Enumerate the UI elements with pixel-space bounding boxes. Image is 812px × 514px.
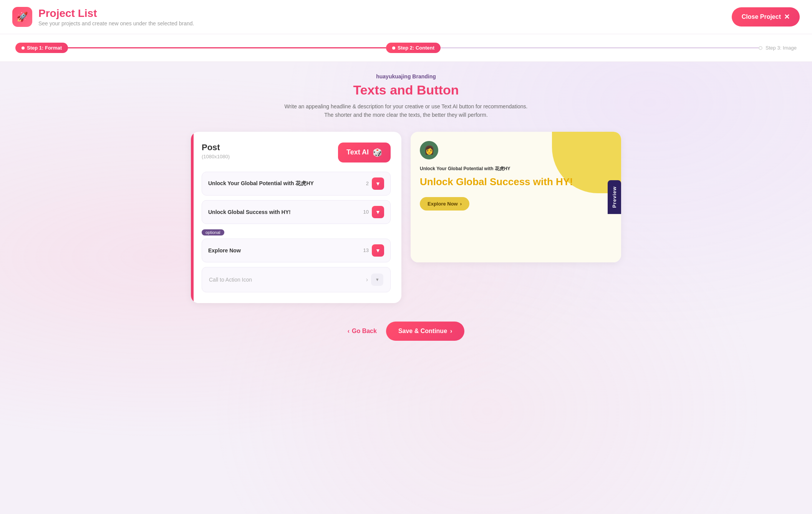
page-header: 🚀 Project List See your projects and cre… bbox=[0, 0, 812, 34]
header-text: Project List See your projects and creat… bbox=[38, 7, 194, 27]
field2-text: Unlock Global Success with HY! bbox=[208, 209, 363, 215]
ai-icon: 🎲 bbox=[373, 148, 382, 157]
field3-input[interactable]: Explore Now 13 ▼ bbox=[202, 239, 391, 262]
field2-controls: 10 ▼ bbox=[363, 206, 384, 218]
close-project-label: Close Project bbox=[742, 13, 781, 20]
step2-dot bbox=[392, 46, 395, 50]
cta-right: › ▾ bbox=[366, 274, 383, 286]
optional-badge-wrapper: optional bbox=[202, 229, 391, 237]
cta-row[interactable]: Call to Action Icon › ▾ bbox=[202, 267, 391, 292]
field3-wrapper: optional Explore Now 13 ▼ bbox=[202, 229, 391, 262]
field3-dropdown-btn[interactable]: ▼ bbox=[372, 244, 384, 257]
content-header: huayukuajing Branding Texts and Button W… bbox=[191, 73, 621, 119]
step-line-1 bbox=[68, 47, 386, 48]
step3-label: Step 3: Image bbox=[766, 45, 797, 51]
preview-headline: Unlock Your Global Potential with 花虎HY bbox=[420, 166, 612, 172]
save-continue-arrow-icon: › bbox=[450, 328, 452, 335]
step1-pill[interactable]: Step 1: Format bbox=[15, 43, 68, 53]
go-back-label: Go Back bbox=[352, 328, 377, 335]
save-continue-label: Save & Continue bbox=[398, 328, 447, 335]
step2-label: Step 2: Content bbox=[398, 45, 434, 51]
right-card: 👩 Unlock Your Global Potential with 花虎HY… bbox=[411, 132, 621, 262]
cards-row: Post (1080x1080) Text AI 🎲 Unlock Your G… bbox=[191, 132, 621, 303]
optional-badge: optional bbox=[202, 229, 224, 235]
field3-text: Explore Now bbox=[208, 247, 363, 254]
main-content: huayukuajing Branding Texts and Button W… bbox=[176, 62, 636, 363]
field1-text: Unlock Your Global Potential with 花虎HY bbox=[208, 180, 366, 187]
content-desc-1: Write an appealing headline & descriptio… bbox=[191, 102, 621, 111]
steps-bar: Step 1: Format Step 2: Content Step 3: I… bbox=[0, 34, 812, 62]
field1-input[interactable]: Unlock Your Global Potential with 花虎HY 2… bbox=[202, 172, 391, 196]
post-dimensions: (1080x1080) bbox=[202, 154, 230, 159]
field2-count: 10 bbox=[363, 209, 369, 215]
close-icon: ✕ bbox=[784, 13, 790, 21]
go-back-arrow-icon: ‹ bbox=[348, 328, 350, 335]
header-left: 🚀 Project List See your projects and cre… bbox=[12, 7, 194, 27]
left-card-inner: Post (1080x1080) Text AI 🎲 Unlock Your G… bbox=[202, 143, 391, 292]
step2-item: Step 2: Content bbox=[386, 43, 441, 53]
step-line-2 bbox=[441, 47, 759, 48]
step3-dot bbox=[759, 46, 762, 50]
left-card: Post (1080x1080) Text AI 🎲 Unlock Your G… bbox=[191, 132, 401, 303]
preview-content: 👩 Unlock Your Global Potential with 花虎HY… bbox=[411, 132, 621, 262]
field2-input[interactable]: Unlock Global Success with HY! 10 ▼ bbox=[202, 200, 391, 224]
left-accent-bar bbox=[191, 132, 194, 303]
bottom-nav: ‹ Go Back Save & Continue › bbox=[191, 311, 621, 352]
content-desc-2: The shorter and the more clear the texts… bbox=[191, 111, 621, 119]
logo-icon: 🚀 bbox=[12, 7, 32, 27]
chevron-right-icon: › bbox=[366, 276, 368, 283]
cta-dropdown-btn[interactable]: ▾ bbox=[371, 274, 383, 286]
field2-dropdown-btn[interactable]: ▼ bbox=[372, 206, 384, 218]
content-title: Texts and Button bbox=[191, 83, 621, 98]
step1-dot bbox=[22, 46, 25, 50]
go-back-button[interactable]: ‹ Go Back bbox=[348, 328, 377, 335]
save-continue-button[interactable]: Save & Continue › bbox=[386, 322, 464, 341]
step1-label: Step 1: Format bbox=[27, 45, 62, 51]
preview-tab-label: Preview bbox=[611, 186, 617, 208]
post-info: Post (1080x1080) bbox=[202, 143, 230, 159]
text-ai-button[interactable]: Text AI 🎲 bbox=[338, 143, 391, 162]
page-title: Project List bbox=[38, 7, 194, 20]
post-label: Post bbox=[202, 143, 230, 153]
cta-label: Call to Action Icon bbox=[209, 277, 252, 283]
close-project-button[interactable]: Close Project ✕ bbox=[732, 7, 800, 27]
preview-explore-label: Explore Now bbox=[428, 201, 458, 207]
step1-item: Step 1: Format bbox=[15, 43, 68, 53]
preview-tab[interactable]: Preview bbox=[608, 180, 621, 214]
field1-count: 2 bbox=[366, 181, 369, 186]
page-subtitle: See your projects and create new ones un… bbox=[38, 20, 194, 27]
preview-inner: 👩 Unlock Your Global Potential with 花虎HY… bbox=[420, 141, 612, 211]
card-header-row: Post (1080x1080) Text AI 🎲 bbox=[202, 143, 391, 162]
preview-explore-button[interactable]: Explore Now › bbox=[420, 197, 469, 211]
step2-pill[interactable]: Step 2: Content bbox=[386, 43, 441, 53]
field3-controls: 13 ▼ bbox=[363, 244, 384, 257]
field3-count: 13 bbox=[363, 247, 369, 253]
field1-dropdown-btn[interactable]: ▼ bbox=[372, 177, 384, 190]
brand-label: huayukuajing Branding bbox=[191, 73, 621, 80]
preview-main-title: Unlock Global Success with HY! bbox=[420, 176, 612, 188]
explore-arrow-icon: › bbox=[460, 201, 462, 207]
step3-item: Step 3: Image bbox=[759, 45, 797, 51]
text-ai-label: Text AI bbox=[346, 148, 369, 156]
field1-controls: 2 ▼ bbox=[366, 177, 384, 190]
preview-avatar: 👩 bbox=[420, 141, 438, 159]
